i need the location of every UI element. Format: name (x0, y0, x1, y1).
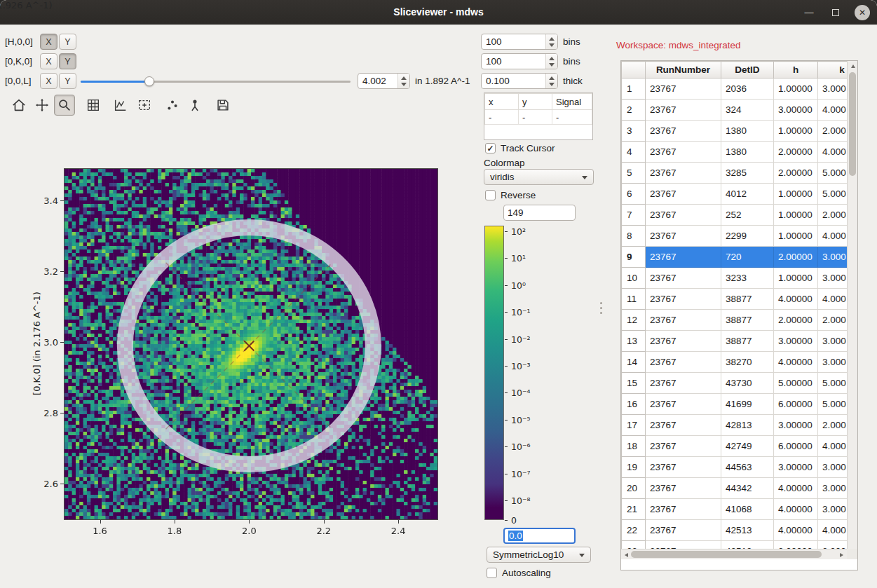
pan-button[interactable] (32, 95, 53, 116)
table-cell[interactable]: 23767 (646, 226, 721, 247)
table-cell[interactable]: 1380 (721, 121, 774, 142)
table-cell[interactable]: 4.000 (818, 142, 848, 163)
table-cell[interactable]: 23767 (646, 457, 721, 478)
table-cell[interactable]: 42749 (721, 436, 774, 457)
table-cell[interactable]: 4.00000 (774, 352, 818, 373)
row-number[interactable]: 10 (622, 268, 646, 289)
reverse-checkbox[interactable] (485, 190, 496, 200)
table-cell[interactable]: 23767 (646, 373, 721, 394)
table-cell[interactable]: 23767 (646, 520, 721, 541)
table-cell[interactable]: 38877 (721, 310, 774, 331)
table-cell[interactable]: 3.00000 (774, 331, 818, 352)
row-number[interactable]: 12 (622, 310, 646, 331)
table-row[interactable]: 1223767388772.000002.000 (622, 310, 848, 331)
close-button[interactable]: ✕ (855, 5, 870, 20)
row-number[interactable]: 17 (622, 415, 646, 436)
row-number[interactable]: 8 (622, 226, 646, 247)
colormap-dropdown[interactable]: viridis (484, 169, 594, 185)
table-cell[interactable]: 23767 (646, 78, 721, 100)
table-cell[interactable]: 3.000 (818, 331, 848, 352)
title-bar[interactable]: Sliceviewer - mdws — ✕ (0, 0, 877, 25)
scale-dropdown[interactable]: SymmetricLog10 (487, 547, 591, 563)
peaks-overlay-button[interactable] (184, 95, 205, 116)
row-number[interactable]: 1 (622, 78, 646, 100)
table-cell[interactable]: 720 (721, 247, 774, 268)
table-cell[interactable]: 1.00000 (774, 121, 818, 142)
line-plots-button[interactable] (110, 95, 131, 116)
table-row[interactable]: 12376720361.000003.000 (622, 78, 848, 100)
row-number[interactable]: 15 (622, 373, 646, 394)
row-number[interactable]: 7 (622, 205, 646, 226)
table-cell[interactable]: 38877 (721, 331, 774, 352)
spinner-down-icon[interactable] (549, 63, 555, 67)
table-cell[interactable]: 2299 (721, 226, 774, 247)
row-number[interactable]: 13 (622, 331, 646, 352)
table-row[interactable]: 1923767445633.000003.000 (622, 457, 848, 478)
table-cell[interactable]: 3.000 (818, 457, 848, 478)
table-cell[interactable]: 44342 (721, 478, 774, 499)
table-cell[interactable]: 3233 (721, 268, 774, 289)
table-cell[interactable]: 23767 (646, 268, 721, 289)
vertical-scroll-thumb[interactable] (849, 72, 856, 176)
table-cell[interactable]: 38877 (721, 289, 774, 310)
spinner-down-icon[interactable] (549, 43, 555, 47)
table-cell[interactable]: 44563 (721, 457, 774, 478)
table-row[interactable]: 1623767416996.000005.000 (622, 394, 848, 415)
table-cell[interactable]: 2.00000 (774, 310, 818, 331)
table-cell[interactable]: 5.000 (818, 394, 848, 415)
row-number[interactable]: 21 (622, 499, 646, 520)
row-number[interactable]: 2 (622, 100, 646, 121)
table-cell[interactable]: 4.00000 (774, 289, 818, 310)
table-cell[interactable]: 3.00000 (774, 415, 818, 436)
zoom-button[interactable] (54, 95, 75, 116)
table-cell[interactable]: 6.00000 (774, 436, 818, 457)
table-cell[interactable]: 1.00000 (774, 205, 818, 226)
col-k[interactable]: k (818, 62, 848, 78)
table-row[interactable]: 82376722991.000004.000 (622, 226, 848, 247)
row-number[interactable]: 18 (622, 436, 646, 457)
horizontal-scrollbar[interactable] (621, 549, 847, 559)
table-row[interactable]: 1323767388773.000003.000 (622, 331, 848, 352)
row-number[interactable]: 11 (622, 289, 646, 310)
table-cell[interactable]: 23767 (646, 100, 721, 121)
table-cell[interactable]: 3.00000 (774, 100, 818, 121)
table-cell[interactable]: 2.000 (818, 121, 848, 142)
spinner-up-icon[interactable] (401, 76, 407, 80)
table-cell[interactable]: 3.000 (818, 268, 848, 289)
dim-k-x-button[interactable]: X (40, 53, 57, 69)
dim-l-y-button[interactable]: Y (59, 73, 76, 89)
table-cell[interactable]: 23767 (646, 352, 721, 373)
scroll-right-button[interactable] (836, 549, 847, 560)
table-cell[interactable]: 4.00000 (774, 520, 818, 541)
table-cell[interactable]: 23767 (646, 142, 721, 163)
maximize-button[interactable] (828, 5, 843, 20)
table-row[interactable]: 1823767427496.000004.000 (622, 436, 848, 457)
table-cell[interactable]: 1.00000 (774, 268, 818, 289)
table-cell[interactable]: 23767 (646, 205, 721, 226)
table-cell[interactable]: 1380 (721, 142, 774, 163)
table-row[interactable]: 9237677202.000003.000 (622, 247, 848, 268)
table-row[interactable]: 1423767382704.000003.000 (622, 352, 848, 373)
table-cell[interactable]: 2.00000 (774, 142, 818, 163)
row-number[interactable]: 4 (622, 142, 646, 163)
table-cell[interactable]: 23767 (646, 394, 721, 415)
row-number-header[interactable] (622, 62, 646, 78)
non-orthogonal-button[interactable] (162, 95, 183, 116)
table-cell[interactable]: 3.000 (818, 478, 848, 499)
grid-button[interactable] (83, 95, 104, 116)
table-cell[interactable]: 42513 (721, 520, 774, 541)
slice-heatmap[interactable] (64, 169, 437, 519)
col-runnumber[interactable]: RunNumber (646, 62, 721, 78)
table-cell[interactable]: 23767 (646, 436, 721, 457)
spinner-up-icon[interactable] (549, 37, 555, 41)
table-cell[interactable]: 3.000 (818, 247, 848, 268)
table-row[interactable]: 42376713802.000004.000 (622, 142, 848, 163)
table-cell[interactable]: 23767 (646, 289, 721, 310)
region-selection-button[interactable] (134, 95, 155, 116)
table-row[interactable]: 2123767410684.000003.000 (622, 499, 848, 520)
table-cell[interactable]: 5.00000 (774, 373, 818, 394)
table-row[interactable]: 1723767428133.000002.000 (622, 415, 848, 436)
col-detid[interactable]: DetID (721, 62, 774, 78)
table-cell[interactable]: 6.00000 (774, 394, 818, 415)
colormap-min-field[interactable]: 0.0 (503, 528, 576, 544)
